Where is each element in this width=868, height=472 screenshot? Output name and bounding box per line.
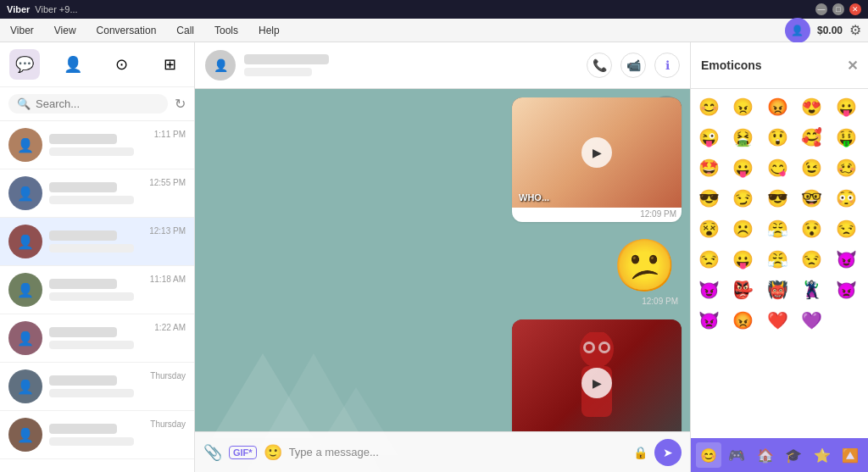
account-avatar: 👤 — [785, 18, 810, 43]
emo-nav-emoji[interactable]: 😊 — [696, 442, 721, 468]
emoji-cell[interactable]: 😉 — [798, 153, 826, 182]
avatar: 👤 — [8, 128, 42, 162]
avatar: 👤 — [8, 369, 42, 403]
menu-view[interactable]: View — [51, 23, 80, 38]
emoji-cell[interactable]: 😎 — [763, 184, 792, 213]
avatar-image: 👤 — [8, 128, 42, 162]
voice-call-button[interactable]: 📞 — [587, 53, 612, 78]
avatar-image: 👤 — [8, 273, 42, 307]
emoji-cell[interactable]: 👿 — [832, 275, 860, 304]
emoji-cell[interactable]: 😋 — [763, 153, 792, 182]
chat-area: 👤 📞 📹 ℹ 👤 — [195, 42, 690, 472]
emo-nav-home[interactable]: 🏠 — [753, 442, 778, 468]
info-button[interactable]: ℹ — [654, 53, 680, 78]
emoji-cell[interactable]: 😛 — [729, 245, 758, 274]
chat-time: 12:13 PM — [149, 226, 186, 236]
video-message-2: ▶ 12:... — [512, 319, 682, 431]
nav-more-icon[interactable]: ⊞ — [154, 49, 185, 80]
refresh-icon[interactable]: ↻ — [175, 96, 186, 112]
chat-item[interactable]: 👤 1:11 PM — [0, 121, 194, 169]
emoji-cell[interactable]: 😳 — [832, 184, 860, 213]
emoji-cell[interactable]: 😤 — [763, 245, 792, 274]
maximize-button[interactable]: □ — [832, 3, 844, 15]
chat-item[interactable]: 👤 Thursday — [0, 411, 194, 459]
emoji-cell[interactable]: 😎 — [694, 184, 723, 213]
app-logo: Viber — [7, 4, 30, 14]
emoji-cell[interactable]: 😲 — [763, 123, 792, 152]
menu-call[interactable]: Call — [173, 23, 198, 38]
emoji-cell[interactable]: 😡 — [763, 92, 792, 121]
video-thumbnail-2[interactable]: ▶ — [512, 319, 682, 431]
close-button[interactable]: ✕ — [849, 3, 861, 15]
emoji-cell[interactable]: 🥴 — [832, 153, 860, 182]
emoji-cell[interactable]: ☹️ — [729, 214, 758, 243]
minimize-button[interactable]: — — [815, 3, 827, 15]
avatar: 👤 — [8, 321, 42, 355]
menu-help[interactable]: Help — [255, 23, 283, 38]
emoji-cell[interactable]: 🤑 — [832, 123, 860, 152]
titlebar-controls: — □ ✕ — [815, 3, 861, 15]
emoji-cell[interactable]: 😊 — [694, 92, 723, 121]
emoji-cell[interactable]: 😯 — [798, 214, 826, 243]
video-thumbnail-1[interactable]: WHO... ▶ — [512, 97, 682, 208]
emoji-cell[interactable]: 🤮 — [729, 123, 758, 152]
emoji-cell[interactable]: 😵 — [694, 214, 723, 243]
emoji-cell[interactable]: 😠 — [729, 92, 758, 121]
nav-chat-icon[interactable]: 💬 — [9, 49, 40, 80]
play-button-1[interactable]: ▶ — [581, 137, 612, 168]
settings-icon[interactable]: ⚙ — [849, 22, 861, 38]
emo-nav-up[interactable]: 🔼 — [837, 442, 863, 468]
chat-time: Thursday — [150, 371, 186, 380]
menu-conversation[interactable]: Conversation — [93, 23, 160, 38]
chat-item[interactable]: 👤 11:18 AM — [0, 266, 194, 314]
emoji-cell[interactable]: 😈 — [832, 245, 860, 274]
emoji-cell[interactable]: 👺 — [729, 275, 758, 304]
emoji-cell[interactable]: 💜 — [798, 306, 826, 335]
emoji-cell[interactable]: 😒 — [798, 245, 826, 274]
chat-item[interactable]: 👤 1:22 AM — [0, 314, 194, 363]
chat-item[interactable]: 👤 Thursday — [0, 363, 194, 411]
emoji-cell[interactable]: 😍 — [798, 92, 826, 121]
chat-preview — [49, 147, 134, 156]
chat-info — [49, 230, 142, 253]
chat-preview — [49, 437, 134, 446]
menu-viber[interactable]: Viber — [7, 23, 37, 38]
message-row: WHO... ▶ 12:09 PM — [203, 97, 682, 222]
attach-icon[interactable]: 📎 — [203, 443, 222, 462]
search-input[interactable] — [36, 97, 159, 110]
nav-discover-icon[interactable]: ⊙ — [106, 49, 136, 80]
menu-tools[interactable]: Tools — [211, 23, 242, 38]
emo-nav-star[interactable]: ⭐ — [810, 442, 835, 468]
emo-nav-games[interactable]: 🎮 — [724, 442, 749, 468]
sidebar: 💬 👤 ⊙ ⊞ 🔍 ↻ 👤 1:11 PM — [0, 42, 195, 472]
emoji-cell[interactable]: 😏 — [729, 184, 758, 213]
send-button[interactable]: ➤ — [654, 439, 682, 466]
video-call-button[interactable]: 📹 — [620, 53, 646, 78]
emoji-cell[interactable]: 👹 — [763, 275, 792, 304]
emoji-cell[interactable]: 👿 — [694, 306, 723, 335]
emoji-cell[interactable]: 😡 — [729, 306, 758, 335]
emoji-cell[interactable]: 🦹 — [798, 275, 826, 304]
emoji-time: 12:09 PM — [608, 297, 682, 306]
emoji-cell[interactable]: 😜 — [694, 123, 723, 152]
emoji-cell[interactable]: 😛 — [729, 153, 758, 182]
chat-preview — [49, 292, 134, 301]
emoji-cell[interactable]: ❤️ — [763, 306, 792, 335]
emoticons-close-button[interactable]: ✕ — [847, 58, 858, 74]
emoji-cell[interactable]: 😒 — [832, 214, 860, 243]
nav-contacts-icon[interactable]: 👤 — [58, 49, 88, 80]
emoji-cell[interactable]: 😤 — [763, 214, 792, 243]
emoji-cell[interactable]: 🥰 — [798, 123, 826, 152]
chat-item-active[interactable]: 👤 12:13 PM — [0, 218, 194, 266]
emoji-cell[interactable]: 😛 — [832, 92, 860, 121]
emoji-cell[interactable]: 😒 — [694, 245, 723, 274]
avatar: 👤 — [8, 273, 42, 307]
emoji-cell[interactable]: 🤩 — [694, 153, 723, 182]
chat-preview — [49, 389, 134, 397]
emoji-cell[interactable]: 🤓 — [798, 184, 826, 213]
emo-nav-education[interactable]: 🎓 — [781, 442, 806, 468]
chat-name — [49, 134, 117, 144]
emoji-cell[interactable]: 😈 — [694, 275, 723, 304]
play-button-2[interactable]: ▶ — [581, 368, 612, 398]
chat-item[interactable]: 👤 12:55 PM — [0, 169, 194, 218]
